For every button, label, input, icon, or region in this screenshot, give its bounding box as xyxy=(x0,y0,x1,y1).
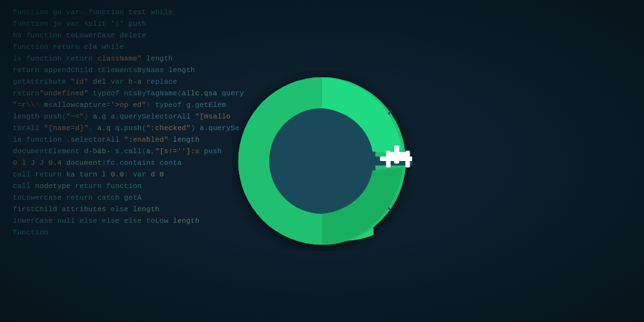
svg-rect-12 xyxy=(386,151,391,167)
code-line: function go var- function test while xyxy=(13,6,631,18)
code-line: function jo var split '|' push xyxy=(13,18,631,30)
cpp-logo xyxy=(232,71,412,251)
cpp-logo-svg xyxy=(232,71,412,251)
code-line: ha function toLowerCase delete xyxy=(13,30,631,41)
code-line: is function return className" length xyxy=(13,53,631,64)
svg-point-6 xyxy=(270,109,374,213)
svg-rect-14 xyxy=(406,151,410,167)
code-line: function return cla while xyxy=(13,41,631,53)
